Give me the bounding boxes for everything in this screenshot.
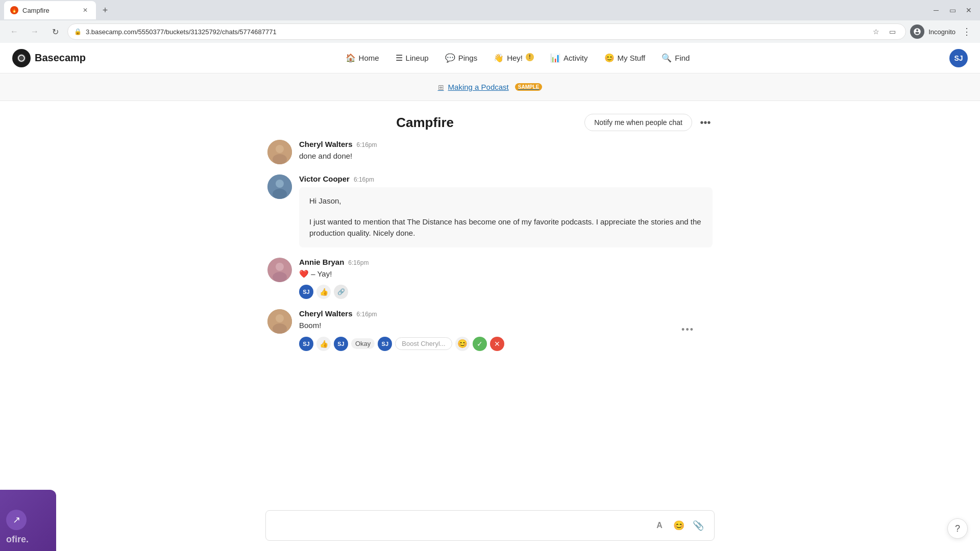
message-body-4: Cheryl Walters 6:16pm Boom! SJ 👍 SJ Okay… (299, 309, 713, 351)
reaction-thumbsup2[interactable]: 👍 (316, 337, 331, 351)
sample-badge: SAMPLE (515, 83, 543, 91)
hey-icon: 👋 (494, 53, 504, 63)
svg-point-6 (273, 189, 287, 199)
nav-activity[interactable]: 📊 Activity (543, 49, 595, 67)
back-btn[interactable]: ← (6, 23, 22, 40)
reload-btn[interactable]: ↻ (47, 23, 63, 40)
mystuff-icon: 😊 (604, 53, 615, 63)
message-group-4: Cheryl Walters 6:16pm Boom! SJ 👍 SJ Okay… (265, 309, 715, 351)
tab-title: Campfire (22, 7, 50, 14)
close-btn[interactable]: ✕ (962, 3, 976, 17)
restore-btn[interactable]: ▭ (945, 3, 960, 17)
nav-activity-label: Activity (564, 54, 588, 62)
message-meta-1: Cheryl Walters 6:16pm (299, 140, 713, 148)
activity-icon: 📊 (550, 53, 560, 63)
message-body-2: Victor Cooper 6:16pm Hi Jason, I just wa… (299, 174, 713, 247)
avatar-annie (267, 258, 292, 282)
notify-btn[interactable]: Notify me when people chat (584, 114, 692, 131)
nav-pings[interactable]: 💬 Pings (438, 49, 485, 67)
svg-point-9 (273, 272, 287, 282)
browser-menu-btn[interactable]: ⋮ (960, 24, 974, 39)
text-2a: Hi Jason, (309, 195, 702, 207)
svg-point-3 (273, 154, 287, 164)
emoji-btn[interactable]: 😊 (671, 518, 687, 533)
find-icon: 🔍 (662, 53, 672, 63)
message-body-1: Cheryl Walters 6:16pm done and done! (299, 140, 713, 164)
forward-btn[interactable]: → (27, 23, 43, 40)
message-meta-3: Annie Bryan 6:16pm (299, 258, 713, 266)
reaction-okay[interactable]: Okay (351, 338, 375, 349)
message-group-3: Annie Bryan 6:16pm ❤️ – Yay! SJ 👍 🔗 (265, 258, 715, 299)
boost-cancel-btn[interactable]: ✕ (490, 337, 504, 351)
lock-icon: 🔒 (74, 28, 82, 35)
bookmark-btn[interactable]: ☆ (869, 24, 883, 39)
reaction-avatar-sj3: SJ (334, 337, 348, 351)
nav-find-label: Find (675, 54, 690, 62)
incognito-area: Incognito (910, 24, 955, 39)
nav-mystuff[interactable]: 😊 My Stuff (597, 49, 653, 67)
format-text-btn[interactable]: A (652, 518, 667, 533)
time-1: 6:16pm (356, 141, 377, 148)
text-4: Boom! (299, 320, 713, 332)
svg-point-12 (273, 323, 287, 334)
message-meta-4: Cheryl Walters 6:16pm (299, 309, 713, 318)
chat-container: Campfire Notify me when people chat ••• … (184, 101, 796, 551)
victor-bubble: Hi Jason, I just wanted to mention that … (299, 187, 713, 247)
nav-lineup-label: Lineup (406, 54, 429, 62)
sidebar-overlay: ↗ ofire. (0, 490, 56, 551)
emoji-trigger[interactable]: 😊 (455, 337, 470, 351)
tab-favicon: 🔥 (10, 6, 18, 14)
chat-input-box: A 😊 📎 (265, 510, 715, 541)
help-btn[interactable]: ? (947, 518, 968, 539)
user-avatar[interactable]: SJ (949, 49, 968, 67)
chat-header: Campfire Notify me when people chat ••• (265, 101, 715, 140)
reaction-link[interactable]: 🔗 (334, 285, 348, 299)
message-body-3: Annie Bryan 6:16pm ❤️ – Yay! SJ 👍 🔗 (299, 258, 713, 299)
nav-lineup[interactable]: ☰ Lineup (388, 49, 436, 67)
author-3: Annie Bryan (299, 258, 344, 266)
author-4: Cheryl Walters (299, 309, 352, 318)
nav-find[interactable]: 🔍 Find (654, 49, 697, 67)
logo-text: Basecamp (35, 52, 86, 64)
boost-input[interactable]: Boost Cheryl... (395, 337, 452, 350)
project-header: ⊞ Making a Podcast SAMPLE (0, 73, 980, 101)
project-link[interactable]: ⊞ Making a Podcast SAMPLE (438, 83, 543, 91)
nav-home[interactable]: 🏠 Home (338, 49, 386, 67)
text-3: ❤️ – Yay! (299, 268, 713, 280)
url-text: 3.basecamp.com/5550377/buckets/31325792/… (86, 28, 865, 36)
boost-confirm-btn[interactable]: ✓ (473, 337, 487, 351)
sidebar-expand-btn[interactable]: ↗ (6, 510, 27, 530)
hey-badge: ! (526, 53, 534, 61)
active-tab[interactable]: 🔥 Campfire ✕ (4, 1, 96, 19)
more-options-btn[interactable]: ••• (696, 113, 715, 132)
chat-input-area: A 😊 📎 (265, 504, 715, 551)
new-tab-btn[interactable]: + (98, 3, 112, 17)
incognito-avatar (910, 24, 924, 39)
omnibar[interactable]: 🔒 3.basecamp.com/5550377/buckets/3132579… (67, 23, 906, 40)
logo-icon (12, 49, 31, 67)
reaction-thumbsup[interactable]: 👍 (316, 285, 331, 299)
omnibar-actions: ☆ ▭ (869, 24, 899, 39)
message-more-btn[interactable]: ••• (681, 324, 694, 335)
sidebar-toggle-btn[interactable]: ▭ (885, 24, 899, 39)
window-controls: ─ ▭ ✕ (929, 3, 976, 17)
chat-messages[interactable]: Cheryl Walters 6:16pm done and done! Vic… (265, 140, 715, 504)
sidebar-text: ofire. (6, 534, 29, 545)
avatar-cheryl-2 (267, 309, 292, 334)
tab-bar: 🔥 Campfire ✕ + ─ ▭ ✕ (0, 0, 980, 20)
project-grid-icon: ⊞ (438, 83, 444, 91)
time-3: 6:16pm (348, 259, 369, 266)
attach-btn[interactable]: 📎 (691, 518, 706, 533)
nav-hey[interactable]: 👋 Hey! ! (486, 49, 541, 67)
minimize-btn[interactable]: ─ (929, 3, 943, 17)
text-2b: I just wanted to mention that The Distan… (309, 216, 702, 239)
reaction-avatar-sj2: SJ (299, 337, 313, 351)
chat-title: Campfire (265, 115, 584, 131)
chat-input[interactable] (274, 521, 652, 530)
svg-point-11 (276, 314, 284, 322)
boost-placeholder: Boost Cheryl... (402, 340, 445, 347)
app-logo[interactable]: Basecamp (12, 49, 86, 67)
reaction-avatar-sj4: SJ (378, 337, 392, 351)
tab-close-btn[interactable]: ✕ (81, 6, 90, 15)
message-group-1: Cheryl Walters 6:16pm done and done! (265, 140, 715, 164)
